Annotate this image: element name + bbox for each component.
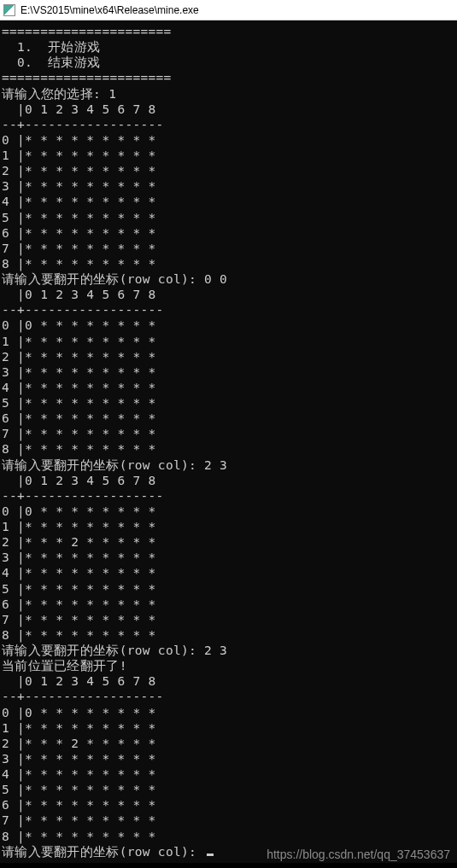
board-row: 7 |* * * * * * * * * <box>2 613 156 626</box>
board-row: 4 |* * * * * * * * * <box>2 566 156 580</box>
row-sep: --+------------------ <box>2 303 164 317</box>
board-row: 1 |* * * * * * * * * <box>2 335 156 348</box>
divider: ====================== <box>2 25 172 38</box>
board-row: 3 |* * * * * * * * * <box>2 365 156 379</box>
col-header: |0 1 2 3 4 5 6 7 8 <box>2 102 156 116</box>
window-titlebar: E:\VS2015\mine\x64\Release\mine.exe <box>0 0 457 20</box>
menu-item-0: 0. 结束游戏 <box>2 55 100 69</box>
board-row: 7 |* * * * * * * * * <box>2 242 156 255</box>
console-output[interactable]: ====================== 1. 开始游戏 0. 结束游戏 =… <box>0 20 457 863</box>
prompt-coord: 请输入要翻开的坐标(row col): <box>2 458 204 472</box>
divider: ====================== <box>2 71 172 84</box>
prompt-coord: 请输入要翻开的坐标(row col): <box>2 644 204 657</box>
row-sep: --+------------------ <box>2 118 164 131</box>
cursor-icon <box>207 853 214 856</box>
board-row: 1 |* * * * * * * * * <box>2 520 156 533</box>
coord-input: 2 3 <box>204 644 227 657</box>
board-row: 1 |* * * * * * * * * <box>2 721 156 735</box>
board-row: 3 |* * * * * * * * * <box>2 752 156 766</box>
choice-input: 1 <box>108 87 116 101</box>
board-row: 7 |* * * * * * * * * <box>2 427 156 440</box>
coord-input: 2 3 <box>204 458 227 472</box>
board-row: 6 |* * * * * * * * * <box>2 597 156 611</box>
board-row: 7 |* * * * * * * * * <box>2 813 156 827</box>
already-open-msg: 当前位置已经翻开了! <box>2 659 127 673</box>
board-row: 3 |* * * * * * * * * <box>2 551 156 564</box>
board-row: 5 |* * * * * * * * * <box>2 783 156 796</box>
app-icon <box>3 4 15 16</box>
board-row: 0 |0 * * * * * * * * <box>2 318 156 332</box>
col-header: |0 1 2 3 4 5 6 7 8 <box>2 474 156 487</box>
board-row: 2 |* * * 2 * * * * * <box>2 737 156 750</box>
prompt-coord: 请输入要翻开的坐标(row col): <box>2 845 204 859</box>
menu-item-1: 1. 开始游戏 <box>2 40 100 54</box>
board-row: 8 |* * * * * * * * * <box>2 257 156 271</box>
prompt-coord: 请输入要翻开的坐标(row col): <box>2 272 204 286</box>
window-title: E:\VS2015\mine\x64\Release\mine.exe <box>21 4 199 16</box>
watermark-text: https://blog.csdn.net/qq_37453637 <box>267 848 450 861</box>
board-row: 4 |* * * * * * * * * <box>2 195 156 208</box>
board-row: 4 |* * * * * * * * * <box>2 767 156 781</box>
board-row: 6 |* * * * * * * * * <box>2 798 156 812</box>
prompt-choice: 请输入您的选择: <box>2 87 108 101</box>
board-row: 2 |* * * * * * * * * <box>2 164 156 178</box>
board-row: 6 |* * * * * * * * * <box>2 226 156 240</box>
col-header: |0 1 2 3 4 5 6 7 8 <box>2 288 156 301</box>
board-row: 6 |* * * * * * * * * <box>2 411 156 425</box>
board-row: 1 |* * * * * * * * * <box>2 149 156 162</box>
row-sep: --+------------------ <box>2 690 164 703</box>
board-row: 5 |* * * * * * * * * <box>2 211 156 224</box>
board-row: 2 |* * * * * * * * * <box>2 350 156 364</box>
board-row: 0 |0 * * * * * * * * <box>2 504 156 518</box>
col-header: |0 1 2 3 4 5 6 7 8 <box>2 674 156 688</box>
board-row: 4 |* * * * * * * * * <box>2 381 156 394</box>
board-row: 8 |* * * * * * * * * <box>2 830 156 843</box>
board-row: 2 |* * * 2 * * * * * <box>2 535 156 549</box>
board-row: 8 |* * * * * * * * * <box>2 628 156 642</box>
board-row: 0 |0 * * * * * * * * <box>2 706 156 719</box>
board-row: 5 |* * * * * * * * * <box>2 582 156 596</box>
board-row: 3 |* * * * * * * * * <box>2 179 156 193</box>
board-row: 8 |* * * * * * * * * <box>2 442 156 456</box>
row-sep: --+------------------ <box>2 489 164 503</box>
coord-input: 0 0 <box>204 272 227 286</box>
board-row: 0 |* * * * * * * * * <box>2 133 156 147</box>
board-row: 5 |* * * * * * * * * <box>2 396 156 410</box>
